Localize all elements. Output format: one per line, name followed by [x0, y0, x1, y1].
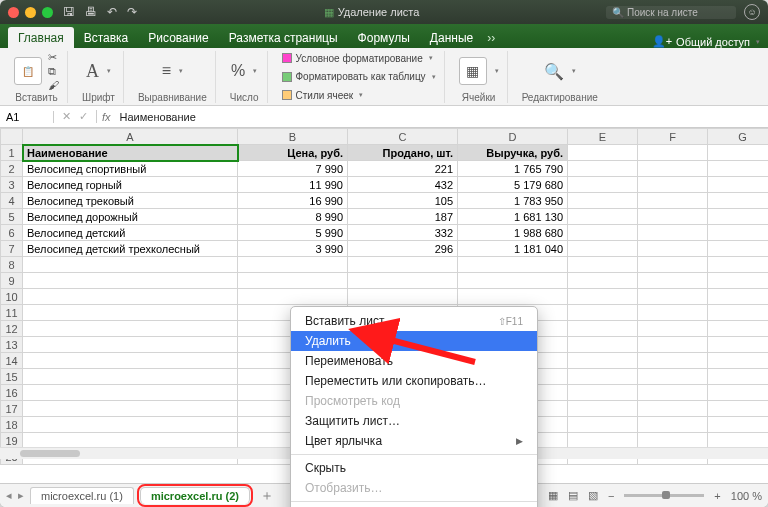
align-icon[interactable]: ≡	[162, 62, 171, 80]
tab-layout[interactable]: Разметка страницы	[219, 27, 348, 48]
cell-styles-button[interactable]: Стили ячеек▾	[282, 90, 364, 101]
format-painter-icon[interactable]: 🖌︎	[48, 79, 59, 91]
accept-icon[interactable]: ✓	[79, 110, 88, 123]
fx-value[interactable]: Наименование	[116, 111, 200, 123]
save-icon[interactable]: 🖫	[63, 5, 75, 19]
view-break-icon[interactable]: ▧	[588, 489, 598, 502]
table-row[interactable]: 6 Велосипед детский5 9903321 988 680	[1, 225, 769, 241]
sheet-tab-2[interactable]: microexcel.ru (2)	[140, 487, 250, 504]
table-row[interactable]: 4 Велосипед трековый16 9901051 783 950	[1, 193, 769, 209]
maximize-icon[interactable]	[42, 7, 53, 18]
zoom-value: 100 %	[731, 490, 762, 502]
zoom-in-button[interactable]: +	[714, 490, 720, 502]
fx-label: fx	[97, 111, 116, 123]
quick-access-toolbar: 🖫 🖶 ↶ ↷	[63, 5, 137, 19]
share-icon: 👤+	[652, 35, 672, 48]
redo-icon[interactable]: ↷	[127, 5, 137, 19]
ctx-hide-sheet[interactable]: Скрыть	[291, 458, 537, 478]
col-c[interactable]: C	[348, 129, 458, 145]
table-row[interactable]: 1 Наименование Цена, руб. Продано, шт. В…	[1, 145, 769, 161]
font-icon[interactable]: A	[86, 61, 99, 82]
col-e[interactable]: E	[568, 129, 638, 145]
paste-button[interactable]: 📋	[14, 57, 42, 85]
ribbon: 📋 ✂︎ ⧉ 🖌︎ Вставить A▾ Шрифт ≡▾ Выравнива…	[0, 48, 768, 106]
view-normal-icon[interactable]: ▦	[548, 489, 558, 502]
window-controls	[8, 7, 53, 18]
status-bar: ▦ ▤ ▧ − + 100 %	[548, 489, 762, 502]
percent-icon[interactable]: %	[231, 62, 245, 80]
table-row[interactable]: 8	[1, 257, 769, 273]
table-row[interactable]: 5 Велосипед дорожный8 9901871 681 130	[1, 209, 769, 225]
search-input[interactable]: 🔍 Поиск на листе	[606, 6, 736, 19]
cell-a1: Наименование	[23, 145, 238, 161]
table-row[interactable]: 9	[1, 273, 769, 289]
group-editing: 🔍▾ Редактирование	[514, 51, 606, 103]
group-cells: ▦▾ Ячейки	[451, 51, 508, 103]
col-b[interactable]: B	[238, 129, 348, 145]
share-button[interactable]: 👤+ Общий доступ ▾	[652, 35, 760, 48]
ctx-insert-sheet[interactable]: Вставить лист⇧F11	[291, 311, 537, 331]
group-label: Вставить	[15, 92, 57, 103]
sheet-tab-1[interactable]: microexcel.ru (1)	[30, 487, 134, 504]
conditional-formatting-button[interactable]: Условное форматирование▾	[282, 53, 433, 64]
ctx-tab-color[interactable]: Цвет ярлычка▶	[291, 431, 537, 451]
find-icon[interactable]: 🔍	[544, 62, 564, 81]
tab-formulas[interactable]: Формулы	[348, 27, 420, 48]
close-icon[interactable]	[8, 7, 19, 18]
zoom-out-button[interactable]: −	[608, 490, 614, 502]
group-alignment: ≡▾ Выравнивание	[130, 51, 216, 103]
titlebar: 🖫 🖶 ↶ ↷ ▦ Удаление листа 🔍 Поиск на лист…	[0, 0, 768, 24]
search-icon: 🔍	[612, 7, 624, 18]
name-box[interactable]: A1	[0, 111, 54, 123]
ctx-protect-sheet[interactable]: Защитить лист…	[291, 411, 537, 431]
tab-home[interactable]: Главная	[8, 27, 74, 48]
title-text: Удаление листа	[338, 6, 420, 18]
window-title: ▦ Удаление листа	[137, 6, 606, 19]
cells-icon[interactable]: ▦	[459, 57, 487, 85]
minimize-icon[interactable]	[25, 7, 36, 18]
table-row[interactable]: 3 Велосипед горный11 9904325 179 680	[1, 177, 769, 193]
ctx-delete-sheet[interactable]: Удалить	[291, 331, 537, 351]
add-sheet-button[interactable]: ＋	[260, 487, 274, 505]
ctx-rename-sheet[interactable]: Переименовать	[291, 351, 537, 371]
table-row[interactable]: 10	[1, 289, 769, 305]
sheet-nav[interactable]: ◂▸	[6, 489, 24, 502]
ctx-unhide-sheet: Отобразить…	[291, 478, 537, 498]
format-as-table-button[interactable]: Форматировать как таблицу▾	[282, 71, 436, 82]
clipboard-icon: 📋	[14, 57, 42, 85]
tab-insert[interactable]: Вставка	[74, 27, 139, 48]
zoom-slider[interactable]	[624, 494, 704, 497]
fx-controls: ✕ ✓	[54, 110, 97, 123]
view-layout-icon[interactable]: ▤	[568, 489, 578, 502]
col-a[interactable]: A	[23, 129, 238, 145]
col-d[interactable]: D	[458, 129, 568, 145]
group-number: %▾ Число	[222, 51, 268, 103]
undo-icon[interactable]: ↶	[107, 5, 117, 19]
table-row[interactable]: 7 Велосипед детский трехколесный3 990296…	[1, 241, 769, 257]
col-f[interactable]: F	[638, 129, 708, 145]
copy-icon[interactable]: ⧉	[48, 65, 59, 78]
cancel-icon[interactable]: ✕	[62, 110, 71, 123]
ctx-move-sheet[interactable]: Переместить или скопировать…	[291, 371, 537, 391]
formula-bar: A1 ✕ ✓ fx Наименование	[0, 106, 768, 128]
ctx-view-code: Просмотреть код	[291, 391, 537, 411]
ribbon-tabs: Главная Вставка Рисование Разметка стран…	[0, 24, 768, 48]
print-icon[interactable]: 🖶	[85, 5, 97, 19]
group-font: A▾ Шрифт	[74, 51, 124, 103]
sheet-context-menu: Вставить лист⇧F11 Удалить Переименовать …	[290, 306, 538, 507]
group-clipboard: 📋 ✂︎ ⧉ 🖌︎ Вставить	[6, 51, 68, 103]
user-icon[interactable]: ☺	[744, 4, 760, 20]
search-placeholder: Поиск на листе	[627, 7, 698, 18]
col-g[interactable]: G	[708, 129, 769, 145]
table-row[interactable]: 2 Велосипед спортивный7 9902211 765 790	[1, 161, 769, 177]
column-headers[interactable]: A B C D E F G	[1, 129, 769, 145]
document-icon: ▦	[324, 6, 334, 19]
cut-icon[interactable]: ✂︎	[48, 51, 59, 64]
tab-data[interactable]: Данные	[420, 27, 483, 48]
tab-draw[interactable]: Рисование	[138, 27, 218, 48]
group-styles: Условное форматирование▾ Форматировать к…	[274, 51, 445, 103]
